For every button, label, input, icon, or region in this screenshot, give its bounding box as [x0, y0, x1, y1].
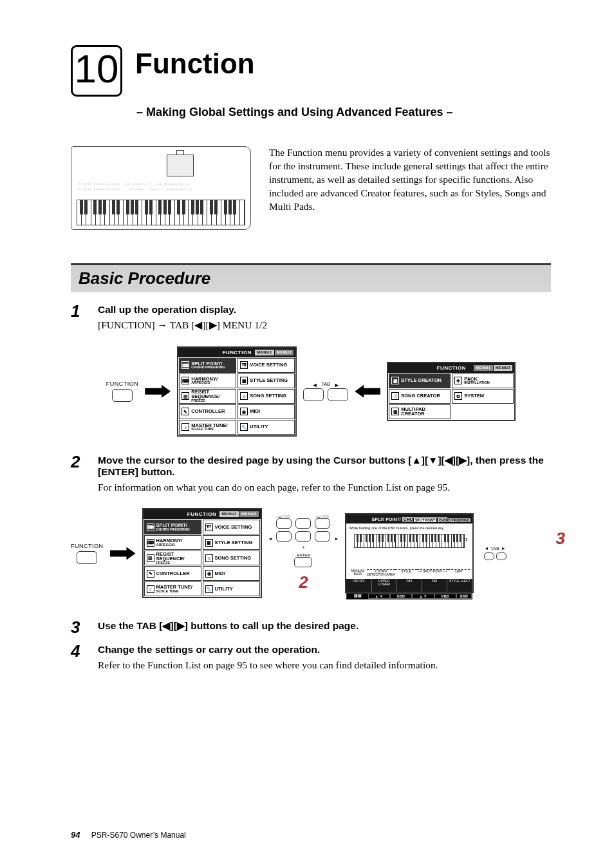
menu2-tab-menu1: MENU1: [474, 365, 493, 371]
chapter-header: 10 Function: [71, 45, 551, 97]
detail-title-a: SPLIT POINT/: [372, 517, 401, 522]
tab-buttons-tiny: ◄ TAB ►: [484, 546, 507, 560]
menu-cell-song-setting: ♫SONG SETTING: [237, 389, 295, 404]
menu-cell-controller: ✎CONTROLLER: [179, 404, 236, 419]
tab-label: TAB: [322, 382, 330, 386]
intro-row: ○ ○○• ▫▫▫▫▫▫▫ ▫▫▫▫ ▫▫ ▫▫▫▫▫ ▫ ○ ▫▫ ▫▫▫▫▫…: [71, 146, 551, 230]
menu1-title: FUNCTION: [223, 350, 252, 355]
illustration-menu-tabs: FUNCTION FUNCTION MENU1 MENU2 ⌨SPLIT POI…: [71, 346, 551, 437]
intro-text: The Function menu provides a variety of …: [269, 146, 551, 214]
manual-bass-label: MANUAL BASS: [351, 569, 365, 576]
menu-cell-split-point: ⌨SPLIT POINT/CHORD FINGERING: [179, 358, 236, 373]
menu1-tab-menu1: MENU1: [255, 350, 274, 355]
menu-cell-multipad-creator: ▣MULTIPAD CREATOR: [389, 404, 451, 419]
menu-cell-style-creator: ▦STYLE CREATOR: [389, 373, 451, 388]
menu1-title: FUNCTION: [187, 511, 216, 517]
step-heading: Change the settings or carry out the ope…: [98, 644, 551, 656]
exit-label: ▬/YES: [276, 514, 292, 518]
menu2-title: FUNCTION: [437, 365, 466, 371]
step-number: 2: [71, 452, 88, 495]
step-number: 4: [71, 641, 88, 672]
steps: 1 Call up the operation display. [FUNCTI…: [71, 304, 551, 672]
enter-label: ENTER: [297, 553, 310, 557]
function-button-label: FUNCTION: [71, 543, 104, 549]
menu1-tab-menu1: MENU1: [219, 511, 239, 517]
step-1: 1 Call up the operation display. [FUNCTI…: [71, 304, 551, 332]
db-updown-1: ▲ ▼: [368, 594, 390, 599]
menu-cell-master-tune: ♪MASTER TUNE/SCALE TUNE: [179, 420, 236, 435]
cursor-up-button-icon: [295, 518, 311, 529]
step-number: 1: [71, 301, 88, 332]
menu1-tab-menu2: MENU2: [239, 511, 259, 517]
cursor-down-button-icon: [295, 531, 311, 542]
split-point-keyboard: [354, 534, 465, 548]
instrument-diagram: ○ ○○• ▫▫▫▫▫▫▫ ▫▫▫▫ ▫▫ ▫▫▫▫▫ ▫ ○ ▫▫ ▫▫▫▫▫…: [71, 146, 251, 230]
split-point-detail-screen: SPLIT POINT/ CHORD FINGERING SPLIT POINT…: [345, 513, 474, 593]
tab-button-left-icon: [303, 388, 324, 401]
style-area-label: STYLE: [401, 569, 411, 573]
menu2-screen: FUNCTION MENU1 MENU2 ▦STYLE CREATOR ♫SON…: [387, 362, 516, 421]
cursor-right-button-icon: [315, 531, 330, 542]
menu-cell-song-creator: ♫SONG CREATOR: [389, 389, 451, 404]
tab-left-icon: ◄: [484, 546, 488, 551]
enter-button-icon: [294, 557, 312, 567]
tab-buttons-diagram: ◄ TAB ►: [303, 382, 348, 401]
menu1-screen-copy: FUNCTION MENU1 MENU2 ⌨SPLIT POINT/CHORD …: [142, 508, 262, 598]
manual-title: PSR-S670 Owner’s Manual: [91, 831, 186, 840]
chord-area-label: CHORD DETECTION AREA: [367, 569, 395, 576]
function-button-diagram: FUNCTION: [106, 381, 139, 402]
menu-cell-midi: ◉MIDI: [237, 404, 295, 419]
db-onoff: ON OFF: [346, 579, 371, 592]
step-subtext: Refer to the Function List on page 95 to…: [98, 658, 551, 672]
tab-button-right-icon: [328, 388, 348, 401]
menu1-screen: FUNCTION MENU1 MENU2 ⌨SPLIT POINT/CHORD …: [177, 346, 297, 437]
menu-cell-split-point: ⌨SPLIT POINT/CHORD FINGERING: [144, 520, 201, 534]
tab-button-left-icon: [484, 552, 494, 560]
menu-cell-style-setting: ▦STYLE SETTING: [237, 373, 295, 388]
step-subtext: For information on what you can do on ea…: [98, 480, 551, 495]
db-value-2: F#2: [422, 579, 447, 592]
step-2: 2 Move the cursor to the desired page by…: [71, 455, 551, 495]
db-kbd-1: KBD: [390, 594, 412, 599]
menu2-tab-menu2: MENU2: [494, 365, 513, 371]
function-button-icon: [112, 389, 133, 402]
step-subtext: [FUNCTION] → TAB [◀][▶] MENU 1/2: [98, 318, 551, 332]
menu-cell-voice-setting: 🎹VOICE SETTING: [203, 520, 260, 534]
yes-label: ▬/YES: [315, 514, 330, 518]
db-kbd-2: KBD: [434, 594, 456, 599]
menu-cell-regist: ▥REGIST SEQUENCE/FREEZE: [179, 389, 236, 404]
split-point-label: SPLIT POINT: [423, 569, 442, 573]
menu-cell-utility: 🔧UTILITY: [237, 420, 295, 435]
menu-cell-regist: ▥REGIST SEQUENCE/FREEZE: [144, 551, 201, 565]
menu-cell-style-setting: ▦STYLE SETTING: [203, 535, 260, 550]
detail-tab-chord-fingering: CHORD FINGERING: [437, 518, 472, 523]
detail-tab-split-point: SPLIT POINT: [413, 518, 437, 523]
step-heading: Call up the operation display.: [98, 304, 551, 316]
menu-cell-system: ✿SYSTEM: [452, 389, 514, 404]
db-kbd-3: KBD: [456, 594, 472, 599]
menu1-tab-menu2: MENU2: [275, 350, 294, 355]
cursor-buttons-diagram: ▬/YES ▬/YES ◄ ► ＋ ENTER 2: [268, 514, 339, 592]
left-icon: ◄: [268, 536, 273, 542]
tab-label: TAB: [490, 546, 499, 551]
menu-cell-song-setting: ♫SONG SETTING: [203, 551, 260, 565]
db-style-left: STYLE +LEFT: [447, 579, 472, 592]
step-3: 3 Use the TAB [◀][▶] buttons to call up …: [71, 620, 551, 637]
left-area-label: LEFT: [455, 569, 463, 573]
menu-cell-controller: ✎CONTROLLER: [144, 566, 201, 581]
step-heading: Use the TAB [◀][▶] buttons to call up th…: [98, 620, 551, 632]
marker-2: 2: [299, 572, 308, 592]
menu-cell-harmony: ⌨HARMONY/ARPEGGIO: [144, 535, 201, 550]
function-button-icon: [77, 551, 97, 564]
chapter-title: Function: [135, 48, 255, 80]
menu-cell-harmony: ⌨HARMONY/ARPEGGIO: [179, 373, 236, 388]
menu-cell-pack-installation: ✚PACKINSTALLATION: [452, 373, 514, 388]
marker-3: 3: [556, 529, 565, 549]
illustration-detail: FUNCTION FUNCTION MENU1 MENU2 ⌨SPLIT POI…: [71, 508, 551, 598]
tab-right-icon: ►: [334, 382, 340, 388]
arrow-right-icon: [110, 547, 136, 560]
step-4: 4 Change the settings or carry out the o…: [71, 644, 551, 672]
step-heading: Move the cursor to the desired page by u…: [98, 455, 551, 478]
detail-hint: While holding one of the KBD buttons, pr…: [349, 526, 470, 530]
function-button-label: FUNCTION: [106, 381, 139, 387]
